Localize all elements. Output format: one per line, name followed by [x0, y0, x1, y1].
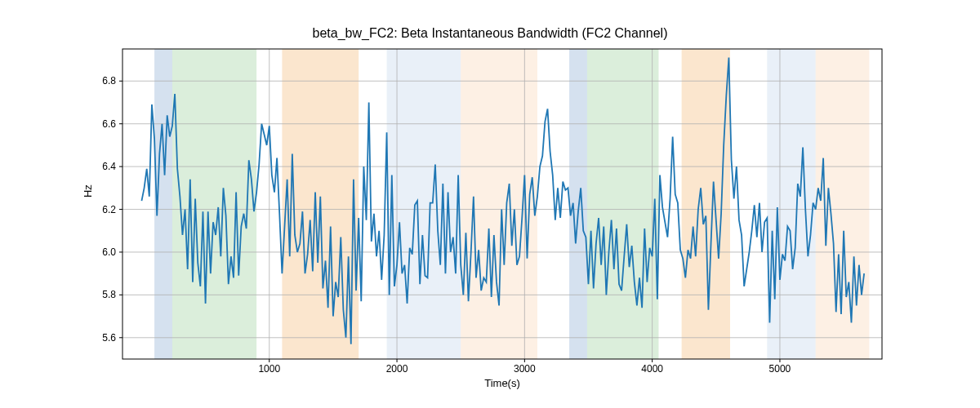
y-tick-label: 5.8: [102, 289, 116, 300]
background-span: [816, 49, 870, 359]
x-tick-label: 1000: [258, 363, 280, 375]
x-tick-label: 3000: [514, 363, 536, 375]
x-tick-label: 4000: [641, 363, 663, 375]
background-span: [767, 49, 815, 359]
y-tick-label: 5.6: [102, 332, 116, 344]
background-span: [569, 49, 587, 359]
background-span: [682, 49, 730, 359]
chart-svg: 100020003000400050005.65.86.06.26.46.66.…: [122, 49, 882, 359]
x-axis-label: Time(s): [122, 377, 882, 389]
x-tick-label: 2000: [386, 363, 408, 375]
y-tick-label: 6.2: [102, 204, 116, 215]
chart-plot-area: 100020003000400050005.65.86.06.26.46.66.…: [122, 49, 882, 359]
background-span: [387, 49, 461, 359]
y-tick-label: 6.8: [102, 75, 116, 86]
background-span: [587, 49, 659, 359]
y-tick-label: 6.6: [102, 118, 116, 130]
chart-title: beta_bw_FC2: Beta Instantaneous Bandwidt…: [0, 26, 980, 41]
y-axis-label: Hz: [82, 184, 94, 197]
y-tick-label: 6.4: [102, 161, 116, 172]
background-span: [172, 49, 256, 359]
x-tick-label: 5000: [769, 363, 791, 375]
y-tick-label: 6.0: [102, 246, 116, 258]
